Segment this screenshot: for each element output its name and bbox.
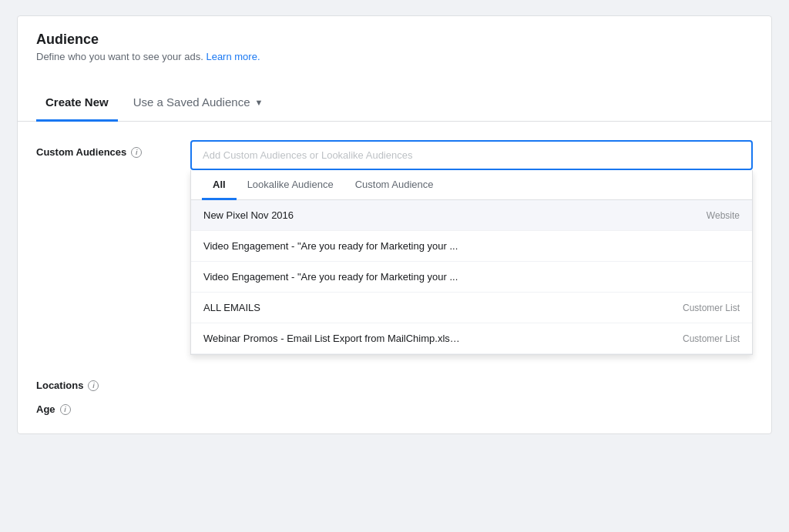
tab-create-new[interactable]: Create New [36,85,118,122]
section-header: Audience Define who you want to see your… [18,16,771,75]
tab-use-saved[interactable]: Use a Saved Audience ▼ [124,85,273,122]
info-icon[interactable]: i [88,380,99,391]
list-item[interactable]: New Pixel Nov 2016 Website [191,200,752,231]
dropdown-tab-custom[interactable]: Custom Audience [344,171,445,200]
age-label: Age i [36,397,190,415]
dropdown-items-list: New Pixel Nov 2016 Website Video Engagem… [191,200,752,354]
audience-dropdown-panel: All Lookalike Audience Custom Audience N… [190,170,753,355]
info-icon[interactable]: i [131,147,142,158]
main-tabs: Create New Use a Saved Audience ▼ [18,84,771,122]
info-icon[interactable]: i [60,404,71,415]
list-item[interactable]: Video Engagement - "Are you ready for Ma… [191,231,752,262]
audience-input-wrapper [190,140,753,170]
locations-row: Locations i [36,373,753,391]
list-item[interactable]: Video Engagement - "Are you ready for Ma… [191,262,752,293]
section-title: Audience [36,32,753,48]
content-area: Custom Audiences i All Lookalike Audienc… [18,122,771,415]
dropdown-tab-all[interactable]: All [202,171,237,200]
custom-audiences-input[interactable] [192,142,751,169]
custom-audiences-row: Custom Audiences i All Lookalike Audienc… [36,140,753,355]
locations-label: Locations i [36,373,190,391]
list-item[interactable]: ALL EMAILS Customer List [191,293,752,323]
audience-card: Audience Define who you want to see your… [17,15,772,434]
chevron-down-icon: ▼ [254,98,263,107]
custom-audiences-label: Custom Audiences i [36,140,190,158]
list-item[interactable]: Webinar Promos - Email List Export from … [191,323,752,354]
dropdown-tab-lookalike[interactable]: Lookalike Audience [237,171,344,200]
age-row: Age i [36,391,753,415]
learn-more-link[interactable]: Learn more. [206,51,260,62]
section-subtitle: Define who you want to see your ads. Lea… [36,51,753,62]
dropdown-tabs: All Lookalike Audience Custom Audience [191,170,752,200]
custom-audiences-field: All Lookalike Audience Custom Audience N… [190,140,753,355]
